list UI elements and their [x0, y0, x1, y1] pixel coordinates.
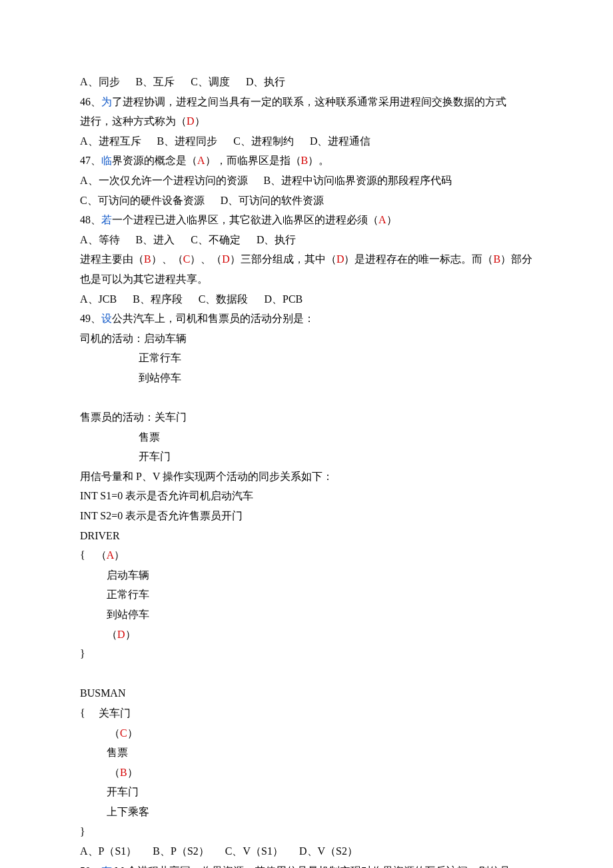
driver-code-l3: 正常行车	[80, 585, 536, 605]
busman-code-header: BUSMAN	[80, 683, 536, 703]
busman-code-l1: { 关车门	[80, 703, 536, 723]
q48-p-ans2: C	[183, 253, 191, 265]
q50-num: 50、	[80, 865, 101, 868]
driver-code-header: DRIVER	[80, 526, 536, 546]
bus-l2-post: ）	[127, 727, 138, 739]
q47-text3: ）。	[308, 155, 329, 166]
q48-parts-line2: 也是可以为其它进程共享。	[80, 269, 536, 289]
q47-text1: 界资源的概念是（	[112, 155, 197, 166]
q45-options: A、同步 B、互斥 C、调度 D、执行	[80, 72, 536, 92]
q46-answer: D	[187, 115, 195, 127]
q48-parts-line1: 进程主要由（B）、（C）、（D）三部分组成，其中（D）是进程存在的唯一标志。而（…	[80, 249, 536, 269]
busman-line1: 售票	[80, 427, 536, 447]
busman-code-close: }	[80, 822, 536, 842]
q50-keyword: 有	[101, 865, 115, 868]
q48-line1: 48、若一个进程已进入临界区，其它欲进入临界区的进程必须（A）	[80, 210, 536, 230]
drv-l1-post: ）	[114, 549, 125, 561]
q47-answer1: A	[197, 155, 205, 166]
bus-l4-post: ）	[127, 767, 138, 778]
bus-l2-pre: （	[109, 727, 120, 739]
q46-text1: 了进程协调，进程之间当具有一定的联系，这种联系通常采用进程间交换数据的方式	[112, 96, 506, 107]
q48-p-ans1: B	[144, 253, 151, 265]
page-content: A、同步 B、互斥 C、调度 D、执行 46、为了进程协调，进程之间当具有一定的…	[0, 0, 613, 868]
driver-code-l5: （D）	[80, 625, 536, 645]
q47-answer2: B	[301, 155, 308, 166]
q46-text2: 进行，这种方式称为（	[80, 115, 187, 127]
q50-line1: 50、有 M 个进程共享同一临界资源，若使用信号量机制实现对临界资源的互斥访问，…	[80, 861, 536, 868]
q49-keyword: 设	[101, 313, 112, 324]
blank-line	[80, 388, 536, 408]
q48-num: 48、	[80, 214, 101, 225]
q47-line1: 47、临界资源的概念是（A），而临界区是指（B）。	[80, 151, 536, 171]
drv-l1-ans: A	[107, 549, 115, 561]
sync-line3: INT S2=0 表示是否允许售票员开门	[80, 506, 536, 526]
q46-keyword: 为	[101, 96, 112, 107]
drv-l1-pre: { （	[80, 549, 107, 561]
q49-options: A、P（S1） B、P（S2） C、V（S1） D、V（S2）	[80, 841, 536, 861]
driver-code-close: }	[80, 644, 536, 664]
drv-l5-pre: （	[107, 629, 117, 640]
q48-keyword: 若	[101, 214, 112, 225]
sync-line2: INT S1=0 表示是否允许司机启动汽车	[80, 486, 536, 506]
q46-options: A、进程互斥 B、进程同步 C、进程制约 D、进程通信	[80, 131, 536, 151]
q48-p1a: 进程主要由（	[80, 253, 144, 265]
q47-keyword: 临	[101, 155, 112, 166]
q48-p1c: ）三部分组成，其中（	[230, 253, 336, 265]
driver-line2: 到站停车	[80, 368, 536, 388]
blank-line2	[80, 664, 536, 684]
q48-close: ）	[386, 214, 397, 225]
busman-code-l6: 上下乘客	[80, 802, 536, 822]
drv-l5-ans: D	[117, 629, 125, 640]
q46-close: ）	[195, 115, 205, 127]
q46-num: 46、	[80, 96, 101, 107]
driver-title: 司机的活动：启动车辆	[80, 329, 536, 349]
bus-l2-ans: C	[120, 727, 127, 739]
q49-num: 49、	[80, 313, 101, 324]
q48-p1e: ）部分	[500, 253, 532, 265]
q48-parts-options: A、JCB B、程序段 C、数据段 D、PCB	[80, 289, 536, 309]
busman-code-l3: 售票	[80, 743, 536, 763]
q47-text2: ），而临界区是指（	[205, 155, 301, 166]
sync-line1: 用信号量和 P、V 操作实现两个活动的同步关系如下：	[80, 467, 536, 487]
q47-num: 47、	[80, 155, 101, 166]
driver-code-l2: 启动车辆	[80, 565, 536, 585]
q49-line1: 49、设公共汽车上，司机和售票员的活动分别是：	[80, 309, 536, 329]
driver-code-l4: 到站停车	[80, 605, 536, 625]
q48-options: A、等待 B、进入 C、不确定 D、执行	[80, 230, 536, 250]
q49-text1: 公共汽车上，司机和售票员的活动分别是：	[112, 313, 314, 324]
q48-p1b: ）、（	[151, 253, 183, 265]
q48-p-ans4: D	[336, 253, 344, 265]
drv-l5-post: ）	[125, 629, 136, 640]
busman-line2: 开车门	[80, 447, 536, 467]
q48-p1b2: ）、（	[190, 253, 222, 265]
q48-p-ans5: B	[493, 253, 500, 265]
q47-options2: C、可访问的硬件设备资源 D、可访问的软件资源	[80, 191, 536, 211]
q46-line2: 进行，这种方式称为（D）	[80, 111, 536, 131]
busman-code-l4: （B）	[80, 763, 536, 783]
q50-text1: M 个进程共享同一临界资源，若使用信号量机制实现对临界资源的互斥访问，则信号	[115, 865, 510, 868]
q48-p1d: ）是进程存在的唯一标志。而（	[344, 253, 493, 265]
busman-title: 售票员的活动：关车门	[80, 407, 536, 427]
q48-text1: 一个进程已进入临界区，其它欲进入临界区的进程必须（	[112, 214, 378, 225]
busman-code-l2: （C）	[80, 723, 536, 743]
q48-answer: A	[378, 214, 386, 225]
q48-p-ans3: D	[222, 253, 230, 265]
bus-l4-pre: （	[109, 767, 120, 778]
q46-line1: 46、为了进程协调，进程之间当具有一定的联系，这种联系通常采用进程间交换数据的方…	[80, 92, 536, 112]
driver-code-l1: { （A）	[80, 545, 536, 565]
driver-line1: 正常行车	[80, 348, 536, 368]
bus-l4-ans: B	[120, 767, 127, 778]
q47-options1: A、一次仅允许一个进程访问的资源 B、进程中访问临界资源的那段程序代码	[80, 171, 536, 191]
busman-code-l5: 开车门	[80, 782, 536, 802]
